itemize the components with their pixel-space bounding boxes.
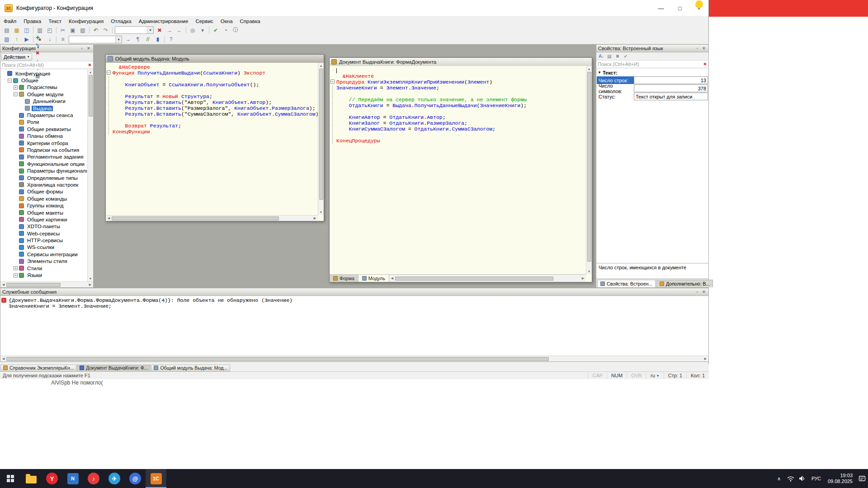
menu-item-7[interactable]: Окна bbox=[217, 18, 236, 25]
code-line[interactable]: КонецПроцедуры bbox=[330, 138, 586, 144]
tree-item[interactable]: WS-ссылки bbox=[0, 244, 87, 251]
tree-item[interactable]: Критерии отбора bbox=[0, 140, 87, 146]
code-line[interactable] bbox=[330, 67, 586, 73]
scroll-left-icon[interactable]: ◀ bbox=[0, 356, 6, 362]
update-db-config-icon[interactable]: ↑ bbox=[12, 35, 22, 44]
format-marks-icon[interactable]: ¶ bbox=[133, 35, 143, 44]
tree-item[interactable]: ДанныеКниги bbox=[0, 98, 87, 105]
config-search-input[interactable] bbox=[0, 62, 86, 68]
editor2-horizontal-scrollbar[interactable]: ◀ ▶ bbox=[389, 275, 586, 282]
info-icon[interactable]: ⓘ bbox=[231, 26, 241, 34]
find-next-icon[interactable]: → bbox=[165, 26, 175, 34]
pin-icon[interactable]: ▫ bbox=[694, 46, 700, 51]
chevron-down-icon[interactable]: ▼ bbox=[147, 27, 153, 33]
code-line[interactable]: &НаСервере bbox=[107, 64, 318, 70]
maximize-button[interactable]: □ bbox=[670, 0, 689, 16]
new-document-icon[interactable]: ▤ bbox=[2, 26, 12, 34]
file-explorer-icon[interactable] bbox=[21, 469, 42, 488]
tree-item[interactable]: Сервисы интеграции bbox=[0, 251, 87, 258]
procedures-list-icon[interactable]: ≡ bbox=[58, 35, 68, 44]
scroll-left-icon[interactable]: ◀ bbox=[389, 276, 395, 282]
message-line[interactable]: ЗначениеКниги = Элемент.Значение; bbox=[1, 303, 708, 309]
sort-alpha-icon[interactable]: А↓ bbox=[597, 52, 605, 60]
messages-horizontal-scrollbar[interactable]: ◀ ▶ bbox=[0, 356, 708, 361]
paste-icon[interactable]: ▨ bbox=[78, 26, 88, 34]
code-line[interactable] bbox=[330, 108, 586, 114]
window-tab-0[interactable]: Справочник ЭкземплярыКн... bbox=[0, 365, 76, 371]
code-line[interactable]: Результат.Вставить("СуммаСЗалогом", Книг… bbox=[107, 111, 318, 117]
scroll-right-icon[interactable]: ▶ bbox=[87, 282, 93, 288]
expand-icon[interactable]: + bbox=[14, 266, 18, 270]
code-line[interactable]: Результат = Новый Структура; bbox=[107, 94, 318, 99]
scroll-right-icon[interactable]: ▶ bbox=[703, 356, 708, 362]
code-line[interactable]: −Процедура КнигиЭкземплярКнигиПриИзменен… bbox=[330, 79, 586, 85]
scroll-down-icon[interactable]: ▼ bbox=[88, 276, 94, 282]
scrollbar-thumb[interactable] bbox=[6, 357, 549, 361]
window-tab-2[interactable]: Общий модуль Выдача: Мод... bbox=[151, 365, 230, 371]
tree-item[interactable]: Хранилища настроек bbox=[0, 181, 87, 188]
menu-item-2[interactable]: Текст bbox=[45, 18, 65, 25]
tree-item[interactable]: Выдача bbox=[0, 105, 87, 112]
tree-item[interactable]: Планы обмена bbox=[0, 133, 87, 140]
tree-vertical-scrollbar[interactable]: ▲ ▼ bbox=[87, 69, 93, 282]
delete-icon[interactable]: ✖ bbox=[33, 49, 42, 57]
scroll-up-icon[interactable]: ▲ bbox=[88, 69, 94, 75]
collapse-icon[interactable]: − bbox=[330, 80, 335, 84]
go-to-definition-icon[interactable]: → bbox=[123, 35, 133, 44]
scrollbar-thumb[interactable] bbox=[89, 75, 93, 117]
close-icon[interactable]: ✕ bbox=[86, 46, 91, 51]
tree-item[interactable]: −Общие bbox=[0, 77, 87, 84]
code-line[interactable]: Возврат Результат; bbox=[107, 123, 318, 129]
scroll-down-icon[interactable]: ▼ bbox=[586, 268, 592, 274]
code-line[interactable]: КнигиЗалог = ОтдатьКниги.РазмерЗалога; bbox=[330, 120, 586, 126]
code-line[interactable] bbox=[330, 91, 586, 97]
scroll-left-icon[interactable]: ◀ bbox=[106, 216, 112, 221]
copy-icon[interactable]: ▣ bbox=[68, 26, 78, 34]
code-line[interactable] bbox=[107, 88, 318, 94]
close-icon[interactable]: ✕ bbox=[701, 46, 707, 51]
clear-search-icon[interactable]: ✖ bbox=[702, 62, 708, 66]
module-editor-window[interactable]: Общий модуль Выдача: Модуль &НаСервере−Ф… bbox=[105, 54, 324, 221]
tree-item[interactable]: Функциональные опции bbox=[0, 160, 87, 167]
scrollbar-thumb[interactable] bbox=[6, 283, 61, 287]
menu-item-3[interactable]: Конфигурация bbox=[65, 18, 107, 25]
find-previous-icon[interactable]: ← bbox=[175, 26, 184, 34]
step-over-icon[interactable]: ↓ bbox=[45, 35, 55, 44]
onec-icon[interactable]: 1С bbox=[146, 469, 166, 488]
message-line[interactable]: !{Документ.ВыдачаКниги.Форма.ФормаДокуме… bbox=[1, 297, 708, 303]
code-line[interactable]: Результат.Вставить("Автор", КнигаОбъект.… bbox=[107, 99, 318, 105]
find-options-icon[interactable]: ▾ bbox=[198, 26, 208, 34]
code-line[interactable] bbox=[107, 117, 318, 123]
taskbar-clock[interactable]: 19:03 09.08.2025 bbox=[824, 473, 856, 484]
tree-item[interactable]: Web-сервисы bbox=[0, 230, 87, 237]
tree-item[interactable]: +Подсистемы bbox=[0, 84, 87, 91]
find-icon[interactable]: ◎ bbox=[188, 26, 198, 34]
tree-item[interactable]: XDTO-пакеты bbox=[0, 223, 87, 230]
tree-item[interactable]: Элементы стиля bbox=[0, 258, 87, 265]
pin-icon[interactable]: ▫ bbox=[79, 46, 85, 51]
menu-item-8[interactable]: Справка bbox=[236, 18, 264, 25]
vertical-scrollbar[interactable]: ▲ ▼ bbox=[586, 66, 592, 274]
categories-icon[interactable]: ▤ bbox=[605, 52, 613, 60]
tree-item[interactable]: Общие картинки bbox=[0, 216, 87, 223]
text-section-header[interactable]: ▼ Текст: bbox=[597, 69, 708, 76]
stopwatch-icon[interactable]: ◔ bbox=[221, 26, 231, 34]
mail-app-icon[interactable]: @ bbox=[125, 469, 146, 488]
print-preview-icon[interactable]: ◰ bbox=[45, 26, 55, 34]
scroll-left-icon[interactable]: ◀ bbox=[0, 282, 6, 288]
add-icon[interactable]: ✚ bbox=[33, 34, 42, 42]
telegram-icon[interactable]: ✈ bbox=[104, 469, 125, 488]
window-tab-1[interactable]: Документ ВыдачаКниги: Ф... bbox=[77, 365, 151, 371]
apply-icon[interactable]: ✔ bbox=[622, 52, 630, 60]
bookmark-icon[interactable]: ▮ bbox=[153, 35, 163, 44]
check-syntax-icon[interactable]: ✔ bbox=[211, 26, 221, 34]
tree-item[interactable]: Общие команды bbox=[0, 195, 87, 202]
undo-icon[interactable]: ↶ bbox=[91, 26, 101, 34]
minimize-button[interactable]: — bbox=[651, 0, 670, 16]
code-line[interactable]: КнигаОбъект = СсылкаКниги.ПолучитьОбъект… bbox=[107, 82, 318, 88]
tree-item[interactable]: Подписки на события bbox=[0, 146, 87, 153]
code-line[interactable]: ОтдатьКниги = Выдача.ПолучитьДанныеВыдач… bbox=[330, 103, 586, 108]
tree-item[interactable]: +Стили bbox=[0, 265, 87, 272]
quick-search-combo-input[interactable] bbox=[115, 27, 147, 33]
debug-start-icon[interactable]: ▶ bbox=[22, 35, 32, 44]
